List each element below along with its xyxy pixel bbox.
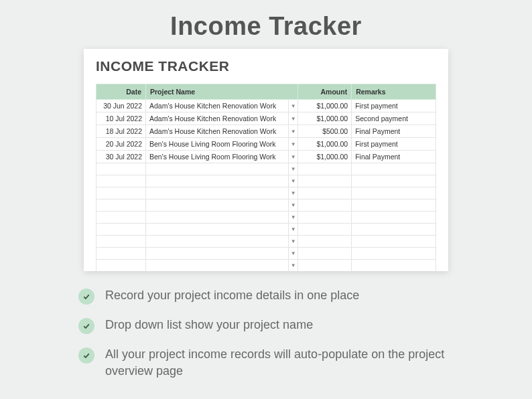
feature-item: Record your project income details in on… <box>78 287 454 305</box>
dropdown-toggle[interactable]: ▼ <box>289 200 298 212</box>
dropdown-toggle[interactable]: ▼ <box>289 151 298 163</box>
dropdown-toggle[interactable]: ▼ <box>289 163 298 175</box>
cell-project[interactable]: Ben's House Living Room Flooring Work <box>146 138 289 151</box>
cell-amount[interactable] <box>298 224 352 236</box>
feature-item: Drop down list show your project name <box>78 317 454 334</box>
cell-amount[interactable] <box>298 248 352 260</box>
feature-text: Drop down list show your project name <box>105 317 313 333</box>
cell-remarks[interactable] <box>352 163 436 175</box>
page-title: Income Tracker <box>0 0 532 49</box>
cell-remarks[interactable] <box>352 248 436 260</box>
chevron-down-icon: ▼ <box>289 187 297 199</box>
cell-remarks[interactable]: Final Payment <box>352 125 436 138</box>
dropdown-toggle[interactable]: ▼ <box>289 212 298 224</box>
dropdown-toggle[interactable]: ▼ <box>289 138 298 151</box>
cell-remarks[interactable] <box>352 212 436 224</box>
cell-amount[interactable]: $1,000.00 <box>298 100 352 112</box>
cell-remarks[interactable] <box>352 200 436 212</box>
cell-date[interactable]: 10 Jul 2022 <box>96 112 146 125</box>
chevron-down-icon: ▼ <box>289 125 297 137</box>
cell-remarks[interactable] <box>352 236 436 248</box>
col-header-amount: Amount <box>298 84 352 100</box>
cell-project[interactable]: Ben's House Living Room Flooring Work <box>146 151 289 163</box>
cell-project[interactable] <box>146 236 289 248</box>
dropdown-toggle[interactable]: ▼ <box>289 125 298 138</box>
cell-date[interactable]: 18 Jul 2022 <box>96 125 146 138</box>
dropdown-toggle[interactable]: ▼ <box>289 187 298 200</box>
table-row: ▼ <box>96 163 436 175</box>
cell-amount[interactable] <box>298 212 352 224</box>
cell-remarks[interactable]: First payment <box>352 138 436 151</box>
cell-amount[interactable]: $1,000.00 <box>298 151 352 163</box>
chevron-down-icon: ▼ <box>289 236 297 247</box>
cell-project[interactable] <box>146 175 289 187</box>
cell-project[interactable]: Adam's House Kitchen Renovation Work <box>146 112 289 125</box>
cell-amount[interactable] <box>298 163 352 175</box>
feature-text: All your project income records will aut… <box>105 346 454 380</box>
cell-date[interactable] <box>96 224 146 236</box>
cell-remarks[interactable]: Second payment <box>352 112 436 125</box>
cell-project[interactable]: Adam's House Kitchen Renovation Work <box>146 100 289 112</box>
cell-date[interactable] <box>96 212 146 224</box>
cell-remarks[interactable] <box>352 224 436 236</box>
cell-date[interactable]: 20 Jul 2022 <box>96 138 146 151</box>
sheet-heading: INCOME TRACKER <box>96 58 436 74</box>
cell-project[interactable] <box>146 212 289 224</box>
income-table: Date Project Name Amount Remarks 30 Jun … <box>96 84 436 271</box>
cell-project[interactable] <box>146 187 289 200</box>
table-row: ▼ <box>96 260 436 272</box>
chevron-down-icon: ▼ <box>289 212 297 223</box>
spreadsheet-preview: INCOME TRACKER Date Project Name Amount … <box>84 49 448 271</box>
chevron-down-icon: ▼ <box>289 163 297 175</box>
cell-project[interactable] <box>146 260 289 272</box>
cell-date[interactable] <box>96 200 146 212</box>
cell-date[interactable] <box>96 175 146 187</box>
cell-amount[interactable]: $1,000.00 <box>298 112 352 125</box>
dropdown-toggle[interactable]: ▼ <box>289 112 298 125</box>
cell-remarks[interactable] <box>352 175 436 187</box>
cell-remarks[interactable]: Final Payment <box>352 151 436 163</box>
cell-amount[interactable] <box>298 236 352 248</box>
cell-date[interactable] <box>96 248 146 260</box>
cell-project[interactable] <box>146 224 289 236</box>
cell-date[interactable]: 30 Jun 2022 <box>96 100 146 112</box>
chevron-down-icon: ▼ <box>289 151 297 163</box>
table-row: ▼ <box>96 200 436 212</box>
dropdown-toggle[interactable]: ▼ <box>289 248 298 260</box>
cell-amount[interactable]: $1,000.00 <box>298 138 352 151</box>
dropdown-toggle[interactable]: ▼ <box>289 224 298 236</box>
cell-date[interactable] <box>96 236 146 248</box>
cell-amount[interactable] <box>298 200 352 212</box>
table-row: 30 Jul 2022Ben's House Living Room Floor… <box>96 151 436 163</box>
chevron-down-icon: ▼ <box>289 138 297 150</box>
chevron-down-icon: ▼ <box>289 100 297 112</box>
col-header-project: Project Name <box>146 84 298 100</box>
cell-project[interactable]: Adam's House Kitchen Renovation Work <box>146 125 289 138</box>
cell-amount[interactable]: $500.00 <box>298 125 352 138</box>
cell-date[interactable]: 30 Jul 2022 <box>96 151 146 163</box>
feature-text: Record your project income details in on… <box>105 287 359 304</box>
cell-amount[interactable] <box>298 260 352 272</box>
chevron-down-icon: ▼ <box>289 112 297 125</box>
cell-remarks[interactable] <box>352 260 436 272</box>
cell-remarks[interactable]: First payment <box>352 100 436 112</box>
cell-remarks[interactable] <box>352 187 436 200</box>
cell-project[interactable] <box>146 200 289 212</box>
cell-project[interactable] <box>146 163 289 175</box>
cell-date[interactable] <box>96 260 146 272</box>
check-icon <box>78 289 94 305</box>
dropdown-toggle[interactable]: ▼ <box>289 236 298 248</box>
chevron-down-icon: ▼ <box>289 248 297 259</box>
cell-amount[interactable] <box>298 187 352 200</box>
table-row: 30 Jun 2022Adam's House Kitchen Renovati… <box>96 100 436 112</box>
cell-date[interactable] <box>96 187 146 200</box>
col-header-date: Date <box>96 84 146 100</box>
col-header-remarks: Remarks <box>352 84 436 100</box>
dropdown-toggle[interactable]: ▼ <box>289 175 298 187</box>
cell-project[interactable] <box>146 248 289 260</box>
dropdown-toggle[interactable]: ▼ <box>289 260 298 272</box>
cell-date[interactable] <box>96 163 146 175</box>
chevron-down-icon: ▼ <box>289 200 297 211</box>
dropdown-toggle[interactable]: ▼ <box>289 100 298 112</box>
cell-amount[interactable] <box>298 175 352 187</box>
